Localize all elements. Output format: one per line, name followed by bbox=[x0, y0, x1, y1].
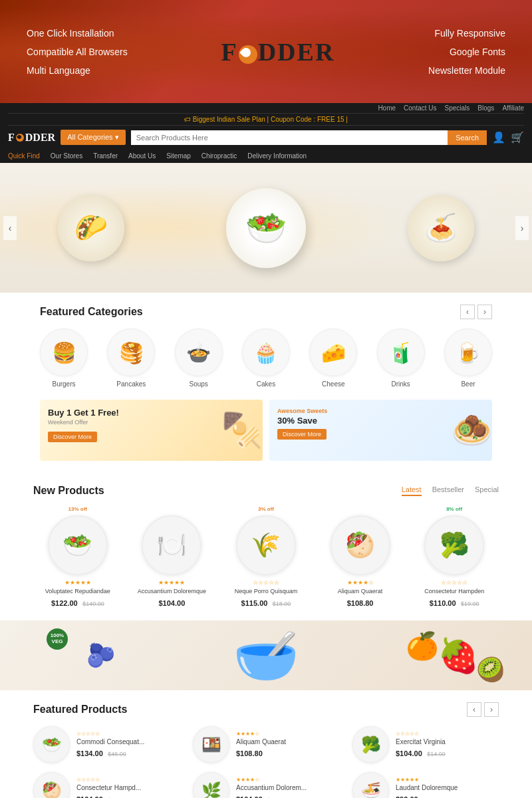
slider-next-button[interactable]: › bbox=[515, 216, 529, 240]
search-button[interactable]: Search bbox=[448, 130, 487, 145]
product-old-price-5: $19.00 bbox=[461, 600, 479, 607]
categories-prev-button[interactable]: ‹ bbox=[460, 305, 475, 319]
promo-1-food-icon: 🍢 bbox=[221, 411, 263, 450]
category-icon-pancakes: 🥞 bbox=[107, 329, 155, 376]
category-label-drinks: Drinks bbox=[391, 380, 410, 388]
sublink-quickfind[interactable]: Quick Find bbox=[8, 152, 40, 160]
navbar: Home Contact Us Specials Blogs Affiliate… bbox=[0, 103, 532, 163]
sublink-delivery[interactable]: Delivery Information bbox=[247, 152, 307, 160]
featured-nav: ‹ › bbox=[467, 702, 499, 717]
featured-item-2[interactable]: 🥙 ☆☆☆☆☆ Consectetur Hampd... $104.00 $14… bbox=[33, 772, 180, 798]
featured-item-3[interactable]: 🍱 ★★★★☆ Aliquam Quaerat $108.80 bbox=[193, 726, 339, 763]
nav-link-specials[interactable]: Specials bbox=[445, 104, 470, 112]
category-icon-beer: 🍺 bbox=[444, 329, 492, 376]
product-card-3[interactable]: 3% off 🌾 ☆☆☆☆☆ Neque Porro Quisquam $115… bbox=[221, 506, 311, 608]
product-pricing-1: $122.00 $140.00 bbox=[33, 597, 122, 608]
products-header: New Products Latest Bestseller Special bbox=[33, 485, 499, 497]
promo-banner-2[interactable]: Awesome Sweets 30% Save Discover More 🧆 bbox=[269, 400, 492, 461]
nav-link-home[interactable]: Home bbox=[378, 104, 396, 112]
hero-feature-2: Compatible All Browsers bbox=[27, 43, 128, 61]
promo-2-button[interactable]: Discover More bbox=[277, 429, 327, 440]
category-dropdown-button[interactable]: All Categories ▾ bbox=[61, 130, 126, 145]
product-pricing-2: $104.00 bbox=[128, 597, 217, 608]
product-price-3: $115.00 bbox=[241, 599, 268, 607]
nav-link-affiliate[interactable]: Affiliate bbox=[502, 104, 524, 112]
promo-banner-1[interactable]: Buy 1 Get 1 Free! Weekend Offer Discover… bbox=[40, 400, 263, 461]
featured-stars-3: ★★★★☆ bbox=[236, 731, 339, 737]
cart-icon[interactable]: 🛒 bbox=[511, 131, 524, 144]
product-old-price-3: $18.00 bbox=[273, 600, 291, 607]
category-beer[interactable]: 🍺 Beer bbox=[444, 329, 492, 388]
category-drinks[interactable]: 🧃 Drinks bbox=[377, 329, 425, 388]
featured-col-2: 🍱 ★★★★☆ Aliquam Quaerat $108.80 🌿 ★★★★☆ … bbox=[193, 726, 339, 798]
promo-1-button[interactable]: Discover More bbox=[48, 432, 97, 442]
veg-banner-food: 🥣 bbox=[233, 624, 299, 687]
featured-stars-5: ☆☆☆☆☆ bbox=[396, 731, 499, 737]
hero-left-features: One Click Installation Compatible All Br… bbox=[27, 24, 128, 80]
products-tabs: Latest Bestseller Special bbox=[402, 485, 499, 496]
featured-col-3: 🥦 ☆☆☆☆☆ Exercitat Virginia $104.00 $14.0… bbox=[352, 726, 499, 798]
sublink-stores[interactable]: Our Stores bbox=[51, 152, 82, 160]
product-card-1[interactable]: 13% off 🥗 ★★★★★ Voluptatec Repudiandae $… bbox=[33, 506, 122, 608]
featured-list: 🥗 ☆☆☆☆☆ Commodi Consequat... $134.00 $46… bbox=[33, 726, 499, 798]
sublink-about[interactable]: About Us bbox=[128, 152, 156, 160]
featured-stars-1: ☆☆☆☆☆ bbox=[76, 731, 180, 737]
category-cheese[interactable]: 🧀 Cheese bbox=[309, 329, 357, 388]
categories-next-button[interactable]: › bbox=[477, 305, 492, 319]
navbar-top-links: Home Contact Us Specials Blogs Affiliate bbox=[8, 103, 524, 114]
product-card-5[interactable]: 8% off 🥦 ☆☆☆☆☆ Consectetur Hampden $110.… bbox=[410, 506, 499, 608]
featured-name-3: Aliquam Quaerat bbox=[236, 738, 339, 745]
product-image-5: 🥦 bbox=[424, 515, 484, 575]
nav-link-contact[interactable]: Contact Us bbox=[404, 104, 436, 112]
account-icon[interactable]: 👤 bbox=[492, 131, 505, 144]
product-card-4[interactable]: 🥙 ★★★★☆ Aliquam Quaerat $108.80 bbox=[316, 506, 405, 608]
category-icon-cheese: 🧀 bbox=[309, 329, 357, 376]
search-input[interactable] bbox=[131, 130, 448, 145]
product-stars-3: ☆☆☆☆☆ bbox=[221, 579, 311, 586]
category-icon-drinks: 🧃 bbox=[377, 329, 425, 376]
slider-food-1: 🌮 bbox=[58, 195, 124, 261]
tab-bestseller[interactable]: Bestseller bbox=[432, 485, 464, 496]
featured-price-2: $104.00 bbox=[76, 795, 103, 799]
featured-prev-button[interactable]: ‹ bbox=[467, 702, 481, 717]
slider-prev-button[interactable]: ‹ bbox=[3, 216, 17, 240]
featured-img-3: 🍱 bbox=[193, 726, 229, 763]
featured-item-4[interactable]: 🌿 ★★★★☆ Accusantium Dolorem... $104.00 $… bbox=[193, 772, 339, 798]
featured-img-2: 🥙 bbox=[33, 772, 70, 798]
product-image-1: 🥗 bbox=[48, 515, 108, 575]
promo-1-sub: Weekend Offer bbox=[48, 419, 119, 426]
featured-item-1[interactable]: 🥗 ☆☆☆☆☆ Commodi Consequat... $134.00 $46… bbox=[33, 726, 180, 763]
navbar-main: FDDER All Categories ▾ Search 👤 🛒 bbox=[8, 126, 524, 149]
featured-header: Featured Products ‹ › bbox=[33, 702, 499, 717]
sublink-sitemap[interactable]: Sitemap bbox=[166, 152, 191, 160]
category-label-cakes: Cakes bbox=[257, 380, 275, 388]
promo-1-content: Buy 1 Get 1 Free! Weekend Offer Discover… bbox=[48, 408, 119, 442]
featured-item-5[interactable]: 🥦 ☆☆☆☆☆ Exercitat Virginia $104.00 $14.0… bbox=[352, 726, 499, 763]
veg-banner-fruit-2: 🍊 bbox=[406, 630, 439, 662]
product-pricing-4: $108.80 bbox=[316, 597, 405, 608]
category-cakes[interactable]: 🧁 Cakes bbox=[242, 329, 290, 388]
product-stars-4: ★★★★☆ bbox=[316, 579, 405, 586]
category-burgers[interactable]: 🍔 Burgers bbox=[40, 329, 88, 388]
products-title: New Products bbox=[33, 485, 104, 497]
featured-item-6[interactable]: 🍜 ★★★★★ Laudant Doloremque $92.00 bbox=[352, 772, 499, 798]
featured-next-button[interactable]: › bbox=[484, 702, 499, 717]
hero-slider: 🌮 🥗 🍝 ‹ › bbox=[0, 163, 532, 293]
sublink-chiropractic[interactable]: Chiropractic bbox=[201, 152, 237, 160]
featured-pricing-5: $104.00 $14.00 bbox=[396, 747, 499, 759]
tab-latest[interactable]: Latest bbox=[402, 485, 422, 496]
navbar-logo[interactable]: FDDER bbox=[8, 132, 55, 144]
featured-pricing-3: $108.80 bbox=[236, 747, 339, 759]
sublink-transfer[interactable]: Transfer bbox=[93, 152, 118, 160]
featured-img-4: 🌿 bbox=[193, 772, 229, 798]
featured-info-4: ★★★★☆ Accusantium Dolorem... $104.00 $14… bbox=[236, 777, 339, 799]
site-logo[interactable]: FDDER bbox=[221, 37, 334, 66]
nav-link-blogs[interactable]: Blogs bbox=[477, 104, 494, 112]
product-card-2[interactable]: 🍽️ ★★★★★ Accusantium Doloremque $104.00 bbox=[128, 506, 217, 608]
category-soups[interactable]: 🍲 Soups bbox=[175, 329, 223, 388]
category-pancakes[interactable]: 🥞 Pancakes bbox=[107, 329, 155, 388]
featured-name-1: Commodi Consequat... bbox=[76, 738, 180, 745]
veg-banner-fruit-1: 🍓 bbox=[438, 636, 479, 675]
featured-price-3: $108.80 bbox=[236, 749, 263, 757]
tab-special[interactable]: Special bbox=[475, 485, 499, 496]
